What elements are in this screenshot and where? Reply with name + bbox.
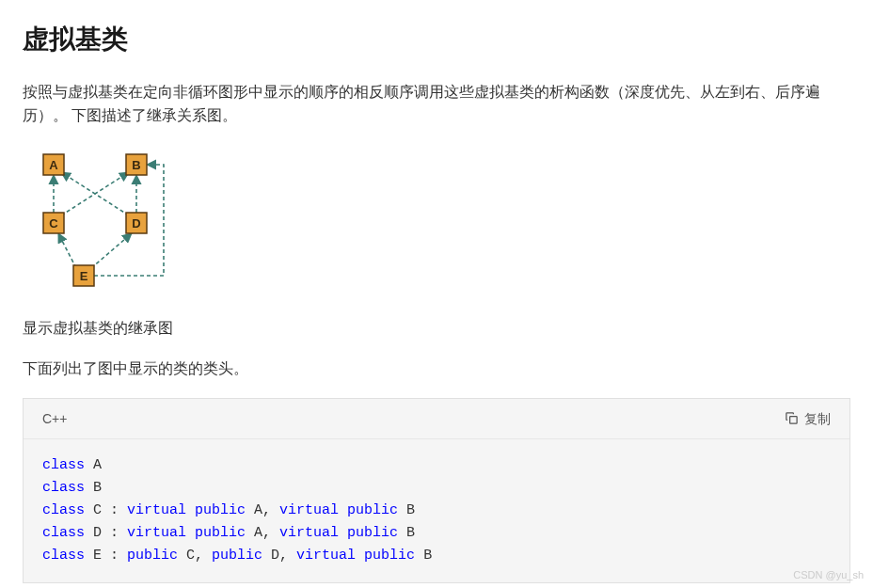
intro-paragraph: 按照与虚拟基类在定向非循环图形中显示的顺序的相反顺序调用这些虚拟基类的析构函数（… [23,80,850,128]
copy-button[interactable]: 复制 [785,408,831,429]
svg-line-4 [58,233,76,268]
svg-text:E: E [80,269,88,283]
copy-icon [785,411,799,425]
diagram-node-c: C [43,213,64,233]
svg-text:D: D [132,216,140,230]
code-language-label: C++ [42,408,67,429]
svg-text:C: C [49,216,58,230]
diagram-caption: 显示虚拟基类的继承图 [23,316,850,341]
diagram-node-a: A [43,154,64,175]
page-title: 虚拟基类 [23,19,850,61]
svg-line-5 [91,233,132,268]
diagram-node-b: B [126,154,147,175]
inheritance-diagram: ABCDE [23,145,850,303]
watermark: CSDN @yu_sh [793,567,864,584]
svg-rect-16 [790,417,798,424]
code-content: class A class B class C : virtual public… [24,439,849,582]
svg-text:B: B [132,158,140,172]
code-block: C++ 复制 class A class B class C : virtual… [23,398,850,583]
class-head-intro: 下面列出了图中显示的类的类头。 [23,357,850,381]
diagram-node-e: E [73,265,94,286]
diagram-node-d: D [126,213,147,233]
svg-text:A: A [49,158,58,172]
copy-label: 复制 [804,408,831,429]
